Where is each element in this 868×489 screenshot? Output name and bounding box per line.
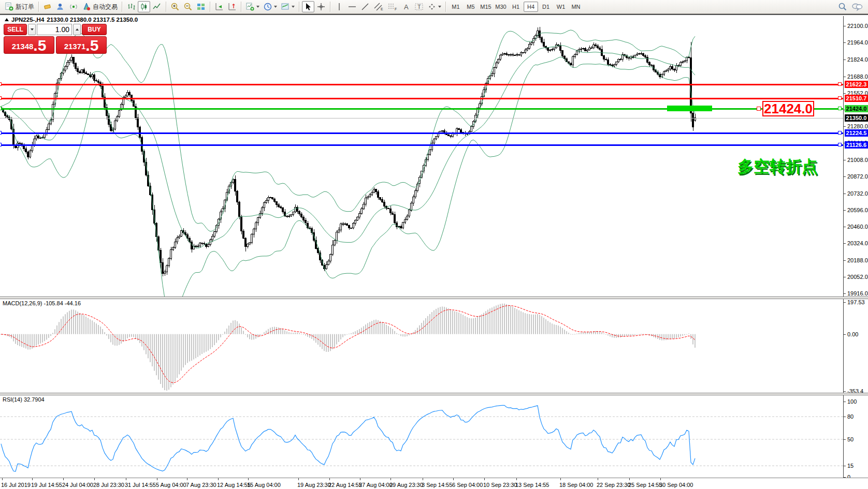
indicators-icon [245, 2, 255, 11]
label-tool-button[interactable]: T [413, 1, 425, 12]
volume-input[interactable] [37, 24, 72, 35]
svg-text:E: E [381, 7, 383, 11]
buy-button[interactable]: BUY [82, 24, 107, 35]
time-axis-label: 18 Sep 04:00 [559, 482, 593, 488]
templates-button[interactable] [279, 1, 296, 12]
price-axis-tick [844, 77, 846, 77]
market-watch-button[interactable] [41, 1, 54, 12]
time-axis-tick [187, 478, 187, 480]
cursor-tool-button[interactable] [302, 1, 314, 12]
tile-windows-button[interactable] [195, 1, 207, 12]
channel-tool-button[interactable]: E [372, 1, 385, 12]
candle-chart-button[interactable] [138, 1, 150, 12]
buy-price-pips: .5 [85, 38, 98, 53]
auto-trading-button[interactable]: 自动交易 [80, 1, 119, 12]
trendline-tool-button[interactable] [359, 1, 371, 12]
price-axis-tick [844, 210, 846, 211]
rsi-axis-tick [844, 417, 846, 417]
sell-button[interactable]: SELL [4, 24, 27, 35]
macd-axis-tick [844, 302, 846, 303]
crosshair-tool-button[interactable] [315, 1, 327, 12]
auto-scroll-icon [214, 2, 224, 11]
timeframe-button-w1[interactable]: W1 [554, 2, 568, 12]
time-axis-tick [629, 478, 630, 480]
volume-decrease-button[interactable] [28, 24, 36, 35]
line-chart-button[interactable] [151, 1, 163, 12]
collapse-icon[interactable] [5, 18, 9, 21]
toolbar-separator [241, 2, 241, 12]
templates-icon [281, 2, 290, 11]
periods-clock-icon [263, 2, 272, 11]
sell-price-box[interactable]: 21348.5 [4, 36, 54, 54]
timeframe-button-m30[interactable]: M30 [494, 2, 508, 12]
fibonacci-tool-button[interactable]: F [386, 1, 399, 12]
price-axis[interactable]: 22100.021964.021824.021688.021552.021416… [843, 16, 868, 297]
dropdown-caret-icon [438, 6, 441, 8]
price-axis-tick [844, 243, 846, 244]
rsi-pane[interactable] [0, 395, 843, 478]
rsi-chart [0, 395, 843, 478]
indicators-button[interactable] [244, 1, 261, 12]
time-axis-tick [484, 478, 485, 480]
price-axis-tick [844, 194, 846, 194]
zoom-out-button[interactable] [182, 1, 194, 12]
fibonacci-icon: F [387, 2, 398, 11]
macd-axis[interactable]: 197.530.00-353.4 [843, 299, 868, 393]
rsi-axis[interactable]: 1008050150 [843, 395, 868, 478]
price-note-box[interactable]: 21424.0 [762, 101, 814, 116]
price-level-badge: 21224.5 [845, 129, 868, 137]
time-axis-tick [660, 478, 661, 480]
search-icon[interactable] [838, 2, 847, 11]
timeframe-button-mn[interactable]: MN [569, 2, 583, 12]
turning-point-annotation[interactable]: 多空转折点 [737, 156, 818, 177]
vertical-line-icon [335, 2, 344, 11]
chat-icon[interactable] [851, 2, 863, 11]
text-tool-button[interactable]: A [400, 1, 412, 12]
price-axis-tick [844, 160, 846, 160]
rsi-axis-label: 50 [847, 436, 853, 442]
chart-shift-icon [227, 2, 237, 11]
vertical-line-tool-button[interactable] [333, 1, 345, 12]
timeframe-button-m15[interactable]: M15 [479, 2, 493, 12]
price-pane[interactable] [0, 16, 843, 297]
candle-chart-icon [139, 2, 149, 11]
rsi-axis-tick [844, 439, 846, 440]
timeframe-button-h1[interactable]: H1 [509, 2, 523, 12]
price-axis-tick [844, 126, 846, 127]
support-highlight-rectangle[interactable] [667, 106, 712, 111]
timeframe-button-h4[interactable]: H4 [524, 2, 538, 12]
time-axis[interactable]: 16 Jul 201919 Jul 14:5524 Jul 04:0028 Ju… [0, 478, 868, 489]
equidistant-channel-icon: E [373, 2, 384, 11]
price-axis-label: 20732.0 [847, 190, 868, 197]
price-axis-tick [844, 93, 846, 94]
rsi-axis-label: 15 [847, 463, 853, 469]
shapes-tool-button[interactable] [426, 1, 443, 12]
zoom-in-button[interactable] [169, 1, 181, 12]
auto-trading-label: 自动交易 [93, 3, 118, 11]
sell-price-main: 21348 [12, 40, 34, 53]
timeframe-button-d1[interactable]: D1 [539, 2, 553, 12]
buy-price-box[interactable]: 21371.5 [56, 36, 107, 54]
timeframe-button-m5[interactable]: M5 [464, 2, 478, 12]
new-order-button[interactable]: 新订单 [3, 1, 36, 12]
time-axis-tick [360, 478, 360, 480]
ohlc-values-label: 21330.0 21380.0 21317.5 21350.0 [47, 17, 138, 23]
time-axis-label: 31 Jul 14:55 [125, 482, 156, 488]
signals-icon [69, 2, 78, 11]
macd-chart [0, 299, 843, 393]
price-axis-label: 20596.0 [847, 207, 868, 213]
periods-button[interactable] [262, 1, 279, 12]
chart-shift-button[interactable] [226, 1, 238, 12]
bar-chart-button[interactable] [125, 1, 137, 12]
arrows-shapes-icon [427, 2, 437, 11]
time-axis-tick [2, 478, 3, 480]
auto-scroll-button[interactable] [213, 1, 225, 12]
volume-increase-button[interactable] [73, 24, 81, 35]
profile-button[interactable] [54, 1, 67, 12]
timeframe-button-m1[interactable]: M1 [449, 2, 463, 12]
signals-button[interactable] [67, 1, 80, 12]
time-axis-tick [298, 478, 299, 480]
macd-pane[interactable] [0, 299, 843, 393]
horizontal-line-tool-button[interactable] [346, 1, 358, 12]
time-axis-label: 24 Jul 04:00 [62, 482, 93, 488]
